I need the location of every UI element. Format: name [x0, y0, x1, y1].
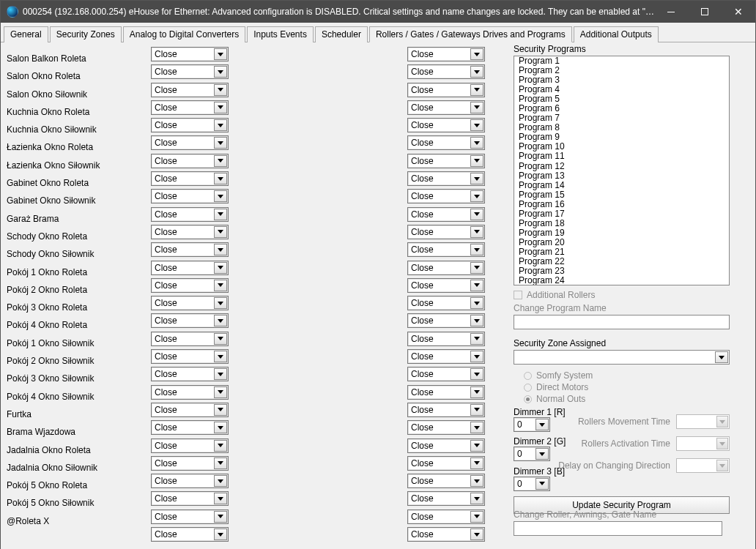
- chevron-down-icon: [470, 475, 483, 487]
- tab-scheduler[interactable]: Scheduler: [315, 26, 368, 42]
- tab-security-zones[interactable]: Security Zones: [50, 26, 122, 42]
- roller-action-select[interactable]: Close: [151, 456, 229, 471]
- zone-select[interactable]: [514, 350, 730, 365]
- roller-action-select[interactable]: Close: [407, 100, 485, 115]
- roller-action-select[interactable]: Close: [407, 474, 485, 488]
- program-item[interactable]: Program 19: [514, 228, 729, 238]
- roller-action-select[interactable]: Close: [151, 385, 229, 400]
- change-program-label: Change Program Name: [514, 303, 749, 313]
- roller-label: Łazienka Okno Siłownik: [7, 157, 146, 174]
- roller-action-select[interactable]: Close: [151, 367, 229, 381]
- program-item[interactable]: Program 18: [514, 219, 729, 228]
- tab-additional-outputs[interactable]: Additional Outputs: [574, 26, 659, 42]
- roller-action-select[interactable]: Close: [407, 118, 485, 132]
- roller-action-select[interactable]: Close: [407, 278, 485, 293]
- motor-radio: Somfy System: [524, 370, 749, 381]
- chevron-down-icon: [536, 478, 549, 490]
- programs-listbox[interactable]: Program 1Program 2Program 3Program 4Prog…: [514, 56, 730, 285]
- roller-action-select[interactable]: Close: [151, 527, 229, 542]
- roller-action-select[interactable]: Close: [407, 456, 485, 471]
- roller-action-select[interactable]: Close: [407, 509, 485, 524]
- dimmer-select[interactable]: 0: [514, 477, 550, 491]
- roller-action-select[interactable]: Close: [407, 403, 485, 417]
- roller-action-select[interactable]: Close: [407, 385, 485, 400]
- roller-action-value: Close: [411, 441, 434, 451]
- roller-action-select[interactable]: Close: [407, 135, 485, 150]
- change-program-input[interactable]: [514, 315, 730, 329]
- roller-action-select[interactable]: Close: [407, 225, 485, 239]
- roller-action-select[interactable]: Close: [407, 332, 485, 346]
- chevron-down-icon: [470, 84, 483, 96]
- roller-action-select[interactable]: Close: [151, 509, 229, 524]
- roller-action-select[interactable]: Close: [151, 189, 229, 203]
- roller-action-select[interactable]: Close: [151, 403, 229, 417]
- roller-action-select[interactable]: Close: [151, 349, 229, 364]
- close-button[interactable]: ✕: [722, 1, 755, 23]
- roller-action-select[interactable]: Close: [151, 278, 229, 293]
- program-item[interactable]: Program 11: [514, 152, 729, 161]
- roller-label: Gabinet Okno Roleta: [7, 174, 146, 192]
- roller-action-select[interactable]: Close: [151, 332, 229, 346]
- roller-action-select[interactable]: Close: [151, 474, 229, 488]
- roller-action-select[interactable]: Close: [151, 100, 229, 115]
- roller-action-select[interactable]: Close: [151, 491, 229, 506]
- roller-action-select[interactable]: Close: [407, 491, 485, 506]
- roller-action-select[interactable]: Close: [151, 313, 229, 328]
- chevron-down-icon: [470, 119, 483, 131]
- chevron-down-icon: [214, 244, 227, 255]
- program-item[interactable]: Program 17: [514, 209, 729, 219]
- roller-action-select[interactable]: Close: [407, 349, 485, 364]
- roller-action-select[interactable]: Close: [151, 225, 229, 239]
- roller-action-select[interactable]: Close: [407, 527, 485, 542]
- roller-action-select[interactable]: Close: [407, 296, 485, 310]
- roller-action-select[interactable]: Close: [151, 135, 229, 150]
- chevron-down-icon: [214, 386, 227, 398]
- roller-action-select[interactable]: Close: [151, 171, 229, 186]
- roller-action-select[interactable]: Close: [407, 420, 485, 435]
- roller-action-select[interactable]: Close: [151, 261, 229, 275]
- program-item[interactable]: Program 24: [514, 276, 729, 285]
- roller-action-select[interactable]: Close: [151, 207, 229, 222]
- maximize-button[interactable]: [688, 1, 722, 23]
- roller-actions-col2: CloseCloseCloseCloseCloseCloseCloseClose…: [407, 47, 488, 545]
- roller-action-select[interactable]: Close: [151, 420, 229, 435]
- program-item[interactable]: Program 15: [514, 190, 729, 200]
- tab-general[interactable]: General: [4, 26, 48, 42]
- tab-analog-to-digital-converters[interactable]: Analog to Digital Converters: [123, 26, 245, 42]
- roller-action-value: Close: [411, 493, 434, 504]
- minimize-button[interactable]: [654, 1, 688, 23]
- roller-action-select[interactable]: Close: [407, 207, 485, 222]
- roller-action-select[interactable]: Close: [151, 83, 229, 97]
- roller-action-select[interactable]: Close: [151, 438, 229, 453]
- program-item[interactable]: Program 16: [514, 200, 729, 209]
- roller-action-select[interactable]: Close: [151, 154, 229, 168]
- program-item[interactable]: Program 13: [514, 171, 729, 181]
- timing-row: Rollers Activation Time: [514, 436, 730, 451]
- roller-action-select[interactable]: Close: [407, 64, 485, 79]
- roller-action-select[interactable]: Close: [407, 261, 485, 275]
- program-item[interactable]: Program 12: [514, 162, 729, 171]
- roller-action-select[interactable]: Close: [407, 171, 485, 186]
- roller-action-select[interactable]: Close: [407, 83, 485, 97]
- roller-action-select[interactable]: Close: [407, 154, 485, 168]
- tab-inputs-events[interactable]: Inputs Events: [247, 26, 314, 42]
- chevron-down-icon: [470, 48, 483, 60]
- roller-action-select[interactable]: Close: [151, 47, 229, 61]
- roller-action-select[interactable]: Close: [407, 313, 485, 328]
- program-item[interactable]: Program 20: [514, 238, 729, 247]
- roller-action-select[interactable]: Close: [407, 438, 485, 453]
- roller-action-select[interactable]: Close: [151, 242, 229, 257]
- roller-action-select[interactable]: Close: [151, 64, 229, 79]
- change-roller-input[interactable]: [514, 521, 722, 536]
- roller-action-select[interactable]: Close: [151, 118, 229, 132]
- chevron-down-icon: [214, 209, 227, 220]
- roller-action-select[interactable]: Close: [407, 47, 485, 61]
- roller-action-select[interactable]: Close: [407, 242, 485, 257]
- roller-action-select[interactable]: Close: [407, 367, 485, 381]
- tab-rollers-gates-gateways-drives-and-programs[interactable]: Rollers / Gates / Gateways Drives and Pr…: [369, 26, 572, 42]
- roller-action-select[interactable]: Close: [407, 189, 485, 203]
- chevron-down-icon: [470, 351, 483, 362]
- program-item[interactable]: Program 14: [514, 181, 729, 190]
- roller-action-select[interactable]: Close: [151, 296, 229, 310]
- radio-icon: [524, 372, 532, 380]
